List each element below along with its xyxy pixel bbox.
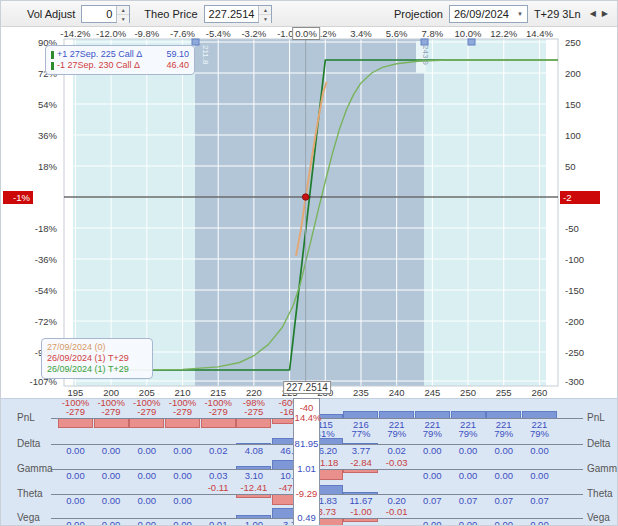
table-cell-value: 0.00 (58, 446, 93, 455)
x-axis-pct-label: -7.6% (170, 28, 195, 39)
table-cell-value: 22179% (451, 420, 486, 438)
table-cell-value: 0.03 (201, 471, 236, 480)
table-cell-value: 0.00 (486, 520, 521, 526)
table-bar-negative (94, 419, 129, 428)
table-cell-value: 0.00 (129, 496, 164, 505)
y-axis-pct-label: -54% (1, 285, 57, 296)
current-price-cell-value: -9.29 (289, 489, 324, 499)
x-axis-price-label: 250 (460, 387, 476, 398)
position-qty-icon (51, 62, 54, 70)
y-axis-pct-label: 18% (1, 161, 57, 172)
current-price-box: 227.2514 (283, 381, 331, 394)
y-axis-value-label: 150 (565, 99, 581, 110)
table-row-label-left: Delta (17, 438, 40, 449)
table-cell-value: 0.00 (94, 496, 129, 505)
table-cell-value: -100%-279 (94, 398, 129, 416)
table-bar-positive (451, 411, 486, 418)
table-cell-value: 21677% (343, 420, 378, 438)
y-axis-value-label: 100 (565, 130, 581, 141)
table-cell-value: -0.03 (379, 458, 414, 467)
table-cell-value: 0.00 (451, 446, 486, 455)
options-risk-graph-app: Vol Adjust 0 ▲ ▼ Theo Price 227.2514 ▲ ▼… (0, 0, 618, 526)
x-axis-price-label: 235 (353, 387, 369, 398)
table-cell-value: 0.00 (129, 446, 164, 455)
table-bar-positive (486, 411, 521, 418)
band-drag-handle[interactable] (468, 39, 475, 45)
band-edge-label: 211.8 (201, 45, 210, 65)
x-axis-pct-label: -12.0% (96, 28, 126, 39)
table-cell-value: -0.01 (379, 507, 414, 516)
table-bar-positive (236, 466, 271, 469)
y-axis-value-label: -100 (565, 254, 584, 265)
table-cell-value: 0.07 (486, 496, 521, 505)
table-cell-value: 0.07 (451, 496, 486, 505)
y-axis-pct-label: -72% (1, 316, 57, 327)
table-bar-positive (522, 411, 557, 418)
y-axis-value-label: -200 (565, 316, 584, 327)
table-cell-value: 0.07 (415, 496, 450, 505)
position-delta: 46.40 (156, 60, 189, 71)
current-price-dot (302, 194, 308, 200)
y-axis-pct-label: -18% (1, 223, 57, 234)
table-cell-value: 0.00 (58, 496, 93, 505)
table-cell-value: -98%-275 (236, 398, 271, 416)
table-row-label-right: Delta (587, 438, 610, 449)
table-bar-negative (236, 419, 271, 428)
table-cell-value: -100%-279 (58, 398, 93, 416)
table-bar-positive (236, 443, 271, 444)
table-cell-value: -1.00 (343, 507, 378, 516)
table-cell-value: 0.00 (94, 471, 129, 480)
y-axis-value-label: -150 (565, 285, 584, 296)
x-axis-pct-label: 7.8% (422, 28, 444, 39)
band-drag-handle[interactable] (192, 39, 199, 45)
table-bar-positive (415, 411, 450, 418)
position-desc: +1 27Sep. 225 Call Δ (57, 49, 142, 60)
table-bar-negative (343, 519, 378, 522)
table-cell-value: 22179% (415, 420, 450, 438)
table-bar-negative (58, 419, 93, 428)
table-cell-value: 0.00 (165, 446, 200, 455)
table-cell-value: 0.00 (129, 520, 164, 526)
current-change-pct-box: 0.0% (292, 27, 320, 40)
legend-date: 27/09/2024 (0) (47, 342, 147, 353)
table-cell-value: 0.02 (379, 446, 414, 455)
table-cell-value: 3.10 (236, 471, 271, 480)
y-axis-value-label: -250 (565, 347, 584, 358)
table-cell-value: 0.00 (522, 446, 557, 455)
x-axis-pct-label: -9.8% (134, 28, 159, 39)
y-axis-pct-label: 54% (1, 99, 57, 110)
table-cell-value: 0.00 (94, 446, 129, 455)
zero-line-right-tag: -2 (560, 191, 600, 204)
table-cell-value: 0.00 (415, 446, 450, 455)
table-cell-value: -100%-279 (201, 398, 236, 416)
table-cell-value: 11.67 (343, 496, 378, 505)
table-bar-negative (343, 470, 378, 473)
position-delta: 59.10 (156, 49, 189, 60)
table-row-label-left: Vega (17, 512, 40, 523)
position-row: +1 27Sep. 225 Call Δ 59.10 (51, 49, 189, 60)
y-axis-value-label: 200 (565, 68, 581, 79)
table-cell-value: 0.00 (486, 446, 521, 455)
current-price-cell-value: 81.95 (289, 439, 324, 449)
table-row-label-right: Gamma (587, 463, 618, 474)
inner-range-band (195, 39, 424, 386)
legend-date: 26/09/2024 (1) T+29 (47, 364, 147, 375)
table-cell-value: 0.01 (201, 520, 236, 526)
table-bar-negative (129, 419, 164, 428)
y-axis-value-label: -300 (565, 376, 584, 387)
x-axis-price-label: 260 (532, 387, 548, 398)
table-cell-value: 22179% (379, 420, 414, 438)
table-row-label-left: Theta (17, 488, 43, 499)
table-cell-value: 0.00 (486, 471, 521, 480)
y-axis-value-label: -50 (565, 223, 579, 234)
x-axis-pct-label: 10.0% (455, 28, 482, 39)
table-row-label-right: PnL (587, 412, 605, 423)
table-bar-positive (343, 443, 378, 444)
x-axis-pct-label: 12.2% (490, 28, 517, 39)
table-cell-value: 0.00 (451, 471, 486, 480)
x-axis-pct-label: -3.2% (241, 28, 266, 39)
table-cell-value: 3.77 (343, 446, 378, 455)
table-cell-value: 0.00 (58, 471, 93, 480)
table-cell-value: 0.00 (415, 520, 450, 526)
x-axis-pct-label: -14.2% (60, 28, 90, 39)
